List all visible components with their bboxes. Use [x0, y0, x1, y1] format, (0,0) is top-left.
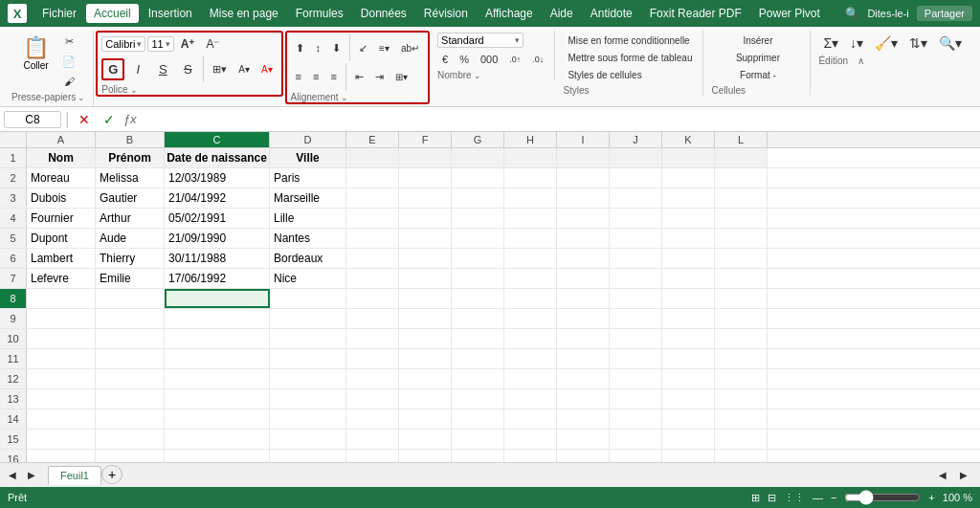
cell[interactable] — [346, 289, 399, 308]
cell[interactable] — [346, 450, 399, 462]
cell[interactable]: Fournier — [27, 209, 96, 228]
cell[interactable]: Lefevre — [27, 269, 96, 288]
ribbon-collapse-icon[interactable]: ∧ — [858, 55, 864, 66]
wrap-text-button[interactable]: ≡▾ — [374, 34, 394, 61]
cell[interactable] — [504, 430, 557, 449]
cell[interactable] — [610, 269, 662, 288]
col-header-c[interactable]: C — [165, 132, 270, 147]
row-number[interactable]: 10 — [0, 329, 27, 348]
supprimer-button[interactable]: Supprimer — [711, 50, 804, 66]
cell[interactable] — [715, 188, 768, 208]
cell[interactable] — [452, 430, 504, 449]
cell[interactable] — [715, 148, 768, 167]
cell[interactable] — [346, 148, 399, 167]
cell[interactable]: Nom — [27, 148, 96, 167]
cell[interactable]: 05/02/1991 — [165, 209, 270, 228]
row-number[interactable]: 5 — [0, 229, 27, 248]
cell[interactable] — [96, 450, 165, 462]
cell-reference-input[interactable] — [4, 111, 61, 128]
cell[interactable]: Melissa — [96, 168, 165, 188]
sum-button[interactable]: Σ▾ — [818, 33, 843, 54]
cell[interactable] — [399, 289, 452, 308]
confirm-formula-button[interactable]: ✓ — [99, 109, 120, 130]
col-header-e[interactable]: E — [346, 132, 399, 147]
cell[interactable] — [270, 409, 346, 429]
cell[interactable] — [557, 209, 610, 228]
menu-revision[interactable]: Révision — [416, 4, 476, 23]
cell[interactable] — [715, 168, 768, 188]
cell[interactable] — [715, 309, 768, 328]
menu-insertion[interactable]: Insertion — [141, 4, 200, 23]
cell[interactable] — [557, 188, 610, 208]
cell[interactable] — [165, 309, 270, 328]
cell[interactable] — [715, 289, 768, 308]
insert-button[interactable]: Insérer — [711, 33, 804, 49]
cell[interactable]: Nantes — [270, 229, 346, 248]
cell[interactable] — [399, 329, 452, 348]
cell[interactable] — [610, 229, 662, 248]
cell[interactable] — [715, 409, 768, 429]
cell[interactable] — [715, 329, 768, 348]
row-number[interactable]: 15 — [0, 430, 27, 449]
cell[interactable]: 17/06/1992 — [165, 269, 270, 288]
view-layout-button[interactable]: ⊟ — [768, 492, 776, 504]
cell[interactable] — [610, 329, 662, 348]
align-left-button[interactable]: ≡ — [291, 63, 306, 90]
cell[interactable] — [452, 329, 504, 348]
row-number[interactable]: 7 — [0, 269, 27, 288]
col-header-j[interactable]: J — [610, 132, 662, 147]
cell[interactable]: Arthur — [96, 209, 165, 228]
row-number[interactable]: 3 — [0, 188, 27, 208]
percent-button[interactable]: % — [455, 51, 474, 68]
fill-button[interactable]: ↓▾ — [845, 33, 868, 54]
table-format-button[interactable]: Mettre sous forme de tableau — [563, 50, 697, 66]
font-size-dropdown[interactable]: 11 ▾ — [147, 36, 173, 52]
align-bottom-button[interactable]: ⬇ — [327, 34, 345, 61]
cell[interactable] — [27, 430, 96, 449]
menu-formules[interactable]: Formules — [288, 4, 351, 23]
cell[interactable] — [662, 188, 715, 208]
cell[interactable] — [662, 349, 715, 368]
clipboard-expand-icon[interactable]: ⌄ — [78, 93, 85, 102]
sort-filter-button[interactable]: ⇅▾ — [904, 33, 932, 54]
cell[interactable] — [399, 369, 452, 388]
cell[interactable] — [662, 409, 715, 429]
menu-antidote[interactable]: Antidote — [583, 4, 640, 23]
scroll-left-button[interactable]: ◀ — [934, 467, 951, 483]
indent-decrease-button[interactable]: ⇤ — [350, 63, 368, 90]
cell[interactable] — [504, 229, 557, 248]
cell[interactable] — [96, 349, 165, 368]
cell[interactable] — [27, 369, 96, 388]
cell[interactable] — [452, 349, 504, 368]
cell[interactable] — [96, 409, 165, 429]
cell[interactable] — [662, 269, 715, 288]
menu-fichier[interactable]: Fichier — [34, 4, 84, 23]
menu-foxit[interactable]: Foxit Reader PDF — [642, 4, 749, 23]
cell[interactable] — [165, 289, 270, 308]
cell[interactable] — [399, 450, 452, 462]
cell[interactable] — [662, 289, 715, 308]
cell[interactable] — [557, 329, 610, 348]
cell[interactable] — [27, 450, 96, 462]
cancel-formula-button[interactable]: ✕ — [74, 109, 95, 130]
row-number[interactable]: 13 — [0, 389, 27, 409]
cell[interactable] — [715, 369, 768, 388]
cell[interactable] — [662, 329, 715, 348]
decimal-increase-button[interactable]: .0↑ — [504, 52, 525, 67]
cell[interactable] — [715, 249, 768, 268]
scroll-right-button[interactable]: ▶ — [955, 467, 972, 483]
cell[interactable] — [504, 329, 557, 348]
cell[interactable]: Aude — [96, 229, 165, 248]
cell[interactable] — [662, 369, 715, 388]
cell[interactable] — [557, 389, 610, 409]
cell[interactable] — [399, 389, 452, 409]
align-right-button[interactable]: ≡ — [325, 63, 341, 90]
view-normal-button[interactable]: ⊞ — [751, 492, 760, 504]
cell[interactable] — [346, 229, 399, 248]
font-color-button[interactable]: A▾ — [256, 61, 278, 77]
cell[interactable] — [452, 249, 504, 268]
cell[interactable] — [452, 168, 504, 188]
cell[interactable] — [452, 309, 504, 328]
col-header-b[interactable]: B — [96, 132, 165, 147]
cell[interactable] — [504, 209, 557, 228]
